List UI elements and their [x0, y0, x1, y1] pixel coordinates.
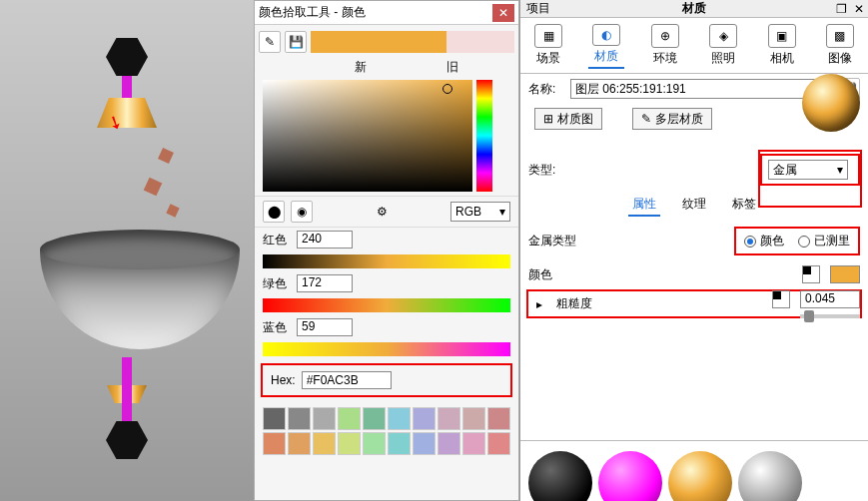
color-swatch-item[interactable] — [388, 407, 411, 430]
popout-icon[interactable]: ❐ — [832, 2, 850, 16]
panel-title: 材质 — [556, 0, 832, 17]
new-color-swatch — [311, 31, 446, 53]
old-color-swatch — [446, 31, 514, 53]
hex-input[interactable] — [302, 371, 392, 389]
tab-lighting[interactable]: ◈照明 — [705, 22, 741, 69]
name-label: 名称: — [528, 81, 564, 98]
metal-type-label: 金属类型 — [528, 233, 576, 250]
radio-measured[interactable]: 已测里 — [798, 233, 850, 250]
blue-value-input[interactable]: 59 — [297, 318, 353, 336]
roughness-slider[interactable] — [800, 314, 860, 318]
roughness-texture-button[interactable] — [772, 290, 790, 308]
material-ball-chrome[interactable] — [738, 451, 802, 501]
scene-icon: ▦ — [534, 24, 562, 48]
color-swatch-item[interactable] — [288, 432, 311, 455]
swatch-grid — [263, 407, 510, 455]
roughness-value-input[interactable]: 0.045 — [800, 290, 860, 308]
color-swatch-item[interactable] — [313, 407, 336, 430]
new-label: 新 — [355, 59, 367, 76]
stem-bottom — [122, 357, 132, 427]
blue-slider[interactable] — [263, 342, 510, 356]
color-swatch-item[interactable] — [437, 432, 460, 455]
material-map-button[interactable]: ⊞材质图 — [534, 108, 602, 130]
eyedropper-button[interactable]: ✎ — [259, 31, 281, 53]
color-panel-titlebar[interactable]: 颜色拾取工具 - 颜色 ✕ — [255, 1, 518, 25]
saturation-value-area[interactable] — [263, 80, 472, 192]
sv-cursor[interactable] — [442, 84, 452, 94]
stem-top — [122, 76, 132, 100]
material-ball-gold[interactable] — [668, 451, 732, 501]
subtab-texture[interactable]: 纹理 — [678, 194, 710, 217]
material-ball-magenta[interactable] — [598, 451, 662, 501]
chevron-down-icon: ▾ — [837, 163, 843, 177]
multilayer-button[interactable]: ✎多层材质 — [632, 108, 712, 130]
color-swatch-item[interactable] — [487, 432, 510, 455]
radio-on-icon — [744, 236, 756, 248]
color-picker-panel: 颜色拾取工具 - 颜色 ✕ ✎ 💾 新 旧 ⬤ ◉ ⚙ RGB▾ 红色 240 … — [254, 0, 519, 501]
color-swatch-item[interactable] — [413, 432, 435, 455]
color-swatch-item[interactable] — [288, 407, 311, 430]
callout-type-highlight: 金属▾ — [760, 154, 860, 186]
color-swatch-item[interactable] — [462, 407, 485, 430]
main-tabs: ▦场景 ◐材质 ⊕环境 ◈照明 ▣相机 ▩图像 — [520, 18, 868, 74]
color-swatch-item[interactable] — [388, 432, 411, 455]
radio-color[interactable]: 颜色 — [744, 233, 784, 250]
green-slider[interactable] — [263, 298, 510, 312]
subtab-label[interactable]: 标签 — [728, 194, 760, 217]
color-swatch-item[interactable] — [413, 407, 435, 430]
hex-row-highlight: Hex: — [261, 363, 512, 397]
camera-icon: ▣ — [768, 24, 796, 48]
tab-image[interactable]: ▩图像 — [822, 22, 858, 69]
color-swatch-item[interactable] — [263, 407, 286, 430]
swap-color-button[interactable]: ⬤ — [263, 201, 285, 223]
chevron-down-icon: ▾ — [499, 205, 505, 219]
color-swatch-item[interactable] — [363, 432, 386, 455]
color-swatch-item[interactable] — [462, 432, 485, 455]
material-preview[interactable] — [802, 74, 860, 132]
tab-material[interactable]: ◐材质 — [588, 22, 624, 69]
close-button[interactable]: ✕ — [492, 4, 514, 22]
material-name-input[interactable]: 图层 06:255:191:191 — [570, 79, 832, 99]
expand-arrow-icon[interactable]: ▸ — [536, 297, 546, 311]
viewport-3d[interactable]: ➘ — [0, 0, 254, 501]
hue-slider[interactable] — [476, 80, 492, 192]
green-value-input[interactable]: 172 — [297, 274, 353, 292]
material-ball-black[interactable] — [528, 451, 592, 501]
material-color-label: 颜色 — [528, 266, 552, 283]
material-icon: ◐ — [592, 24, 620, 46]
material-library-row — [520, 440, 868, 501]
tab-environment[interactable]: ⊕环境 — [647, 22, 683, 69]
green-label: 绿色 — [263, 275, 291, 292]
color-swatch-item[interactable] — [363, 407, 386, 430]
roughness-label: 粗糙度 — [556, 295, 592, 312]
callout-metal-highlight: 颜色 已测里 — [734, 227, 860, 255]
color-swatch-item[interactable] — [487, 407, 510, 430]
material-color-swatch[interactable] — [830, 265, 860, 283]
red-value-input[interactable]: 240 — [297, 231, 353, 249]
material-subtabs: 属性 纹理 标签 — [520, 190, 868, 221]
color-swatch-item[interactable] — [313, 432, 336, 455]
tab-camera[interactable]: ▣相机 — [764, 22, 800, 69]
subtab-props[interactable]: 属性 — [628, 194, 660, 217]
map-icon: ⊞ — [543, 112, 553, 126]
color-mode-select[interactable]: RGB▾ — [450, 202, 510, 222]
material-type-select[interactable]: 金属▾ — [768, 160, 848, 180]
color-swatch-item[interactable] — [338, 432, 361, 455]
image-icon: ▩ — [826, 24, 854, 48]
blue-label: 蓝色 — [263, 319, 291, 336]
color-swatch-item[interactable] — [263, 432, 286, 455]
environment-icon: ⊕ — [651, 24, 679, 48]
color-wheel-button[interactable]: ◉ — [291, 201, 313, 223]
tab-scene[interactable]: ▦场景 — [530, 22, 566, 69]
type-label: 类型: — [528, 162, 564, 179]
gear-icon[interactable]: ⚙ — [377, 205, 388, 219]
color-swatch-item[interactable] — [338, 407, 361, 430]
save-color-button[interactable]: 💾 — [285, 31, 307, 53]
red-label: 红色 — [263, 232, 291, 249]
material-panel: 项目 材质 ❐ ✕ ▦场景 ◐材质 ⊕环境 ◈照明 ▣相机 ▩图像 名称: 图层… — [519, 0, 868, 501]
texture-toggle-button[interactable] — [802, 265, 820, 283]
red-slider[interactable] — [263, 254, 510, 268]
project-tab[interactable]: 项目 — [520, 0, 556, 17]
close-panel-button[interactable]: ✕ — [850, 2, 868, 16]
color-swatch-item[interactable] — [437, 407, 460, 430]
